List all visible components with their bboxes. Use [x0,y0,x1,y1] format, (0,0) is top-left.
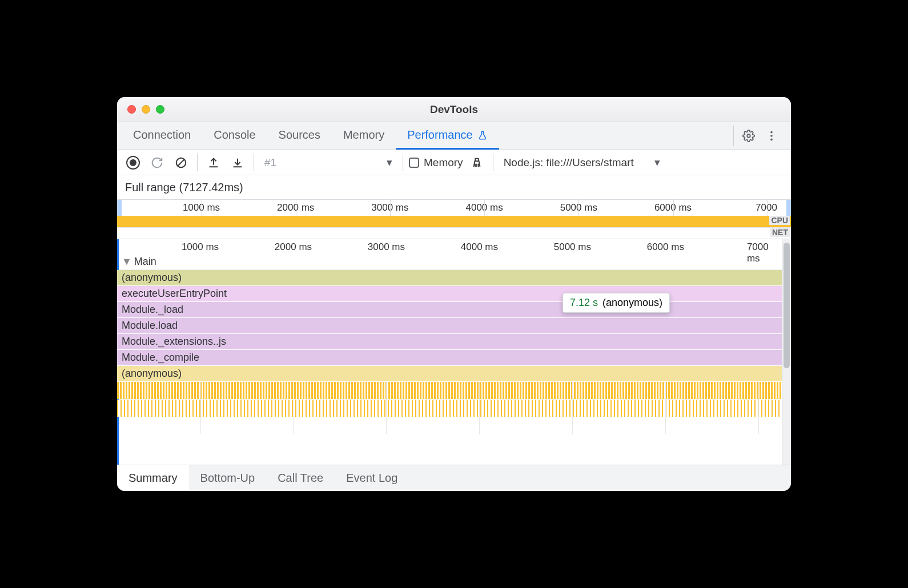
track-header-main[interactable]: ▼ Main [117,254,782,270]
tab-bottom-up[interactable]: Bottom-Up [189,465,267,491]
chevron-down-icon: ▾ [387,156,392,169]
collect-garbage-button[interactable] [467,152,487,173]
svg-point-2 [770,135,773,137]
net-label: NET [770,228,790,237]
overview-timeline[interactable]: 1000 ms 2000 ms 3000 ms 4000 ms 5000 ms … [117,199,791,239]
ruler-tick: 6000 ms [647,241,684,253]
panel-tabs: Connection Console Sources Memory Perfor… [117,122,791,150]
overview-ruler: 1000 ms 2000 ms 3000 ms 4000 ms 5000 ms … [117,200,791,216]
target-selector[interactable]: Node.js: file:///Users/stmart ▾ [499,156,665,169]
memory-checkbox[interactable]: Memory [409,156,463,169]
tooltip-time: 7.12 s [570,297,598,308]
range-label: Full range (7127.42ms) [117,175,791,199]
devtools-window: DevTools Connection Console Sources Memo… [117,97,791,491]
tab-summary[interactable]: Summary [117,465,189,491]
divider [254,154,254,171]
settings-button[interactable] [738,126,759,146]
flame-row[interactable]: Module.load [117,318,782,334]
window-title: DevTools [117,103,791,116]
minimize-window-button[interactable] [142,105,150,114]
reload-icon [151,156,163,169]
tab-console[interactable]: Console [202,122,267,150]
tab-call-tree[interactable]: Call Tree [266,465,335,491]
flame-tooltip: 7.12 s(anonymous) [563,293,670,313]
cpu-label: CPU [769,216,790,225]
divider [733,126,734,146]
flame-row[interactable]: (anonymous) [117,366,782,382]
flame-chart-area[interactable]: 1000 ms 2000 ms 3000 ms 4000 ms 5000 ms … [117,239,791,465]
ruler-tick: 7000 ms [747,241,770,264]
track-name: Main [134,256,156,268]
traffic-lights [117,105,164,114]
tab-performance-label: Performance [407,128,473,142]
more-vertical-icon [765,130,778,142]
tab-connection[interactable]: Connection [122,122,202,150]
flame-row[interactable]: Module._extensions..js [117,334,782,350]
tab-memory[interactable]: Memory [332,122,396,150]
flame-row[interactable]: executeUserEntryPoint [117,286,782,302]
flame-ruler: 1000 ms 2000 ms 3000 ms 4000 ms 5000 ms … [117,239,782,254]
triangle-down-icon: ▼ [122,256,132,268]
overview-net: NET [117,227,791,239]
profile-selector-value: #1 [264,156,276,169]
divider [197,154,198,171]
reload-button[interactable] [147,152,167,173]
ruler-tick: 5000 ms [554,241,591,253]
record-icon [126,156,140,170]
ruler-tick: 4000 ms [461,241,498,253]
overview-cpu: CPU [117,216,791,227]
download-icon [231,156,244,169]
details-tabs: Summary Bottom-Up Call Tree Event Log [117,465,791,491]
download-profile-button[interactable] [227,152,248,173]
checkbox-icon [409,158,419,168]
flame-row[interactable]: (anonymous) [117,270,782,286]
memory-label: Memory [424,156,463,169]
tab-event-log[interactable]: Event Log [335,465,409,491]
zoom-window-button[interactable] [156,105,164,114]
upload-icon [207,156,220,169]
close-window-button[interactable] [127,105,136,114]
titlebar: DevTools [117,97,791,122]
more-button[interactable] [761,126,782,146]
tooltip-name: (anonymous) [602,297,662,308]
target-selector-value: Node.js: file:///Users/stmart [504,156,634,169]
flask-icon [477,130,488,140]
gear-icon [742,130,755,142]
tab-performance[interactable]: Performance [396,122,499,150]
profile-selector[interactable]: #1 ▾ [260,156,397,169]
upload-profile-button[interactable] [203,152,224,173]
flame-empty-row [117,417,782,434]
chevron-down-icon: ▾ [654,156,660,169]
divider [403,154,403,171]
clear-button[interactable] [171,152,191,173]
ruler-tick: 2000 ms [275,241,312,253]
performance-toolbar: #1 ▾ Memory Node.js: file:///Users/stmar… [117,150,791,175]
svg-point-1 [770,131,773,134]
scrollbar-thumb[interactable] [784,243,790,368]
ruler-tick: 1000 ms [182,241,219,253]
ruler-tick: 3000 ms [368,241,405,253]
svg-point-3 [770,139,773,141]
tab-sources[interactable]: Sources [267,122,332,150]
flame-dense-row[interactable] [117,400,782,417]
vertical-scrollbar[interactable] [782,239,791,465]
clear-icon [175,156,187,169]
svg-point-0 [747,134,750,138]
record-button[interactable] [123,152,143,173]
flame-row[interactable]: Module._load [117,302,782,318]
flame-row[interactable]: Module._compile [117,350,782,366]
flame-dense-row[interactable] [117,382,782,399]
broom-icon [471,156,483,169]
divider [493,154,493,171]
